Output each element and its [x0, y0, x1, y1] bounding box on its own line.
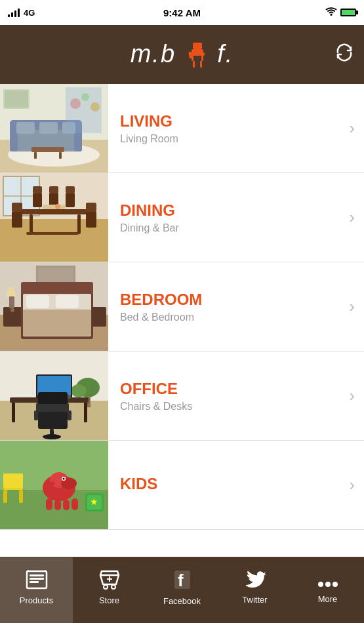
category-thumb-bedroom [0, 262, 108, 351]
svg-point-54 [55, 204, 60, 209]
svg-rect-78 [12, 403, 15, 422]
svg-rect-51 [66, 193, 75, 207]
network-type: 4G [24, 8, 35, 18]
category-title-living: LIVING [120, 112, 342, 131]
svg-rect-42 [26, 232, 79, 235]
svg-rect-52 [66, 186, 75, 193]
category-thumb-living [0, 84, 108, 172]
svg-rect-50 [49, 186, 58, 193]
svg-text:f: f [178, 571, 184, 590]
category-subtitle-office: Chairs & Desks [120, 401, 342, 412]
tab-more[interactable]: More [291, 557, 364, 623]
svg-rect-45 [86, 211, 96, 228]
svg-rect-113 [30, 581, 39, 583]
status-time: 9:42 AM [163, 7, 201, 18]
refresh-button[interactable] [335, 43, 354, 66]
svg-rect-100 [54, 500, 61, 510]
category-title-bedroom: BEDROOM [120, 291, 342, 309]
battery-icon [340, 9, 356, 16]
category-subtitle-bedroom: Bed & Bedroom [120, 312, 342, 323]
svg-rect-101 [63, 500, 70, 510]
svg-rect-67 [26, 295, 49, 308]
svg-rect-47 [33, 193, 42, 207]
chevron-bedroom: › [349, 296, 364, 317]
category-list: LIVING Living Room › [0, 84, 364, 557]
svg-text:★: ★ [90, 496, 98, 507]
svg-point-61 [10, 308, 14, 312]
category-subtitle-living: Living Room [120, 133, 342, 145]
logo-text-left: m.b [131, 40, 176, 68]
category-living[interactable]: LIVING Living Room › [0, 84, 364, 173]
svg-rect-53 [43, 205, 66, 209]
facebook-icon: f [173, 569, 192, 593]
svg-rect-86 [36, 403, 69, 412]
svg-rect-112 [30, 578, 44, 580]
svg-point-30 [81, 93, 89, 101]
svg-point-29 [70, 98, 81, 109]
category-info-kids: KIDS [108, 464, 349, 506]
store-icon [99, 570, 120, 593]
products-icon [26, 570, 48, 593]
category-office[interactable]: OFFICE Chairs & Desks › [0, 352, 364, 441]
category-subtitle-dining: Dining & Bar [120, 222, 342, 234]
logo-chair-icon [176, 40, 217, 68]
category-thumb-kids: ★ [0, 441, 108, 529]
category-thumb-dining [0, 173, 108, 262]
category-title-office: OFFICE [120, 380, 342, 398]
svg-rect-27 [59, 152, 62, 159]
category-info-dining: DINING Dining & Bar [108, 191, 349, 245]
svg-point-115 [111, 585, 115, 589]
svg-rect-25 [31, 147, 64, 152]
svg-point-76 [71, 384, 87, 397]
category-info-office: OFFICE Chairs & Desks [108, 369, 349, 423]
svg-rect-104 [3, 490, 7, 503]
svg-rect-105 [19, 490, 23, 503]
category-info-living: LIVING Living Room [108, 102, 349, 155]
svg-rect-90 [68, 411, 71, 420]
status-bar: 4G 9:42 AM [0, 0, 364, 25]
svg-rect-43 [12, 211, 22, 228]
tab-products-label: Products [20, 595, 53, 605]
svg-rect-15 [5, 90, 28, 108]
svg-rect-40 [30, 214, 33, 234]
status-right [325, 7, 356, 18]
more-icon [317, 572, 338, 592]
tab-store[interactable]: Store [73, 557, 146, 623]
app-logo: m.b f. [131, 40, 234, 70]
svg-rect-69 [23, 310, 91, 336]
svg-rect-5 [190, 52, 205, 56]
tab-store-label: Store [99, 595, 119, 605]
svg-point-122 [333, 582, 338, 587]
wifi-icon [325, 7, 337, 18]
category-title-dining: DINING [120, 201, 342, 220]
svg-rect-23 [39, 122, 58, 134]
svg-rect-99 [46, 498, 52, 510]
tab-twitter[interactable]: Twitter [218, 557, 291, 623]
svg-point-98 [63, 478, 65, 480]
svg-rect-22 [16, 122, 35, 134]
svg-rect-85 [38, 411, 68, 429]
category-thumb-office [0, 352, 108, 440]
svg-point-0 [331, 14, 333, 16]
svg-rect-48 [33, 186, 42, 193]
logo-text-right: f. [217, 40, 233, 68]
svg-rect-111 [30, 574, 44, 576]
svg-rect-44 [12, 203, 22, 212]
category-title-kids: KIDS [120, 475, 342, 493]
svg-point-121 [325, 582, 331, 587]
svg-rect-39 [20, 209, 89, 214]
tab-facebook[interactable]: f Facebook [146, 557, 218, 623]
category-dining[interactable]: DINING Dining & Bar › [0, 173, 364, 262]
chevron-dining: › [349, 207, 364, 228]
svg-rect-102 [71, 498, 78, 510]
category-bedroom[interactable]: BEDROOM Bed & Bedroom › [0, 262, 364, 352]
svg-rect-68 [56, 295, 79, 308]
svg-point-88 [43, 434, 61, 439]
svg-rect-62 [9, 296, 14, 308]
category-kids[interactable]: ★ KIDS › [0, 441, 364, 530]
svg-point-120 [318, 582, 323, 587]
svg-rect-6 [193, 61, 195, 68]
svg-rect-79 [84, 403, 87, 422]
tab-products[interactable]: Products [0, 557, 73, 623]
svg-point-31 [91, 102, 100, 111]
